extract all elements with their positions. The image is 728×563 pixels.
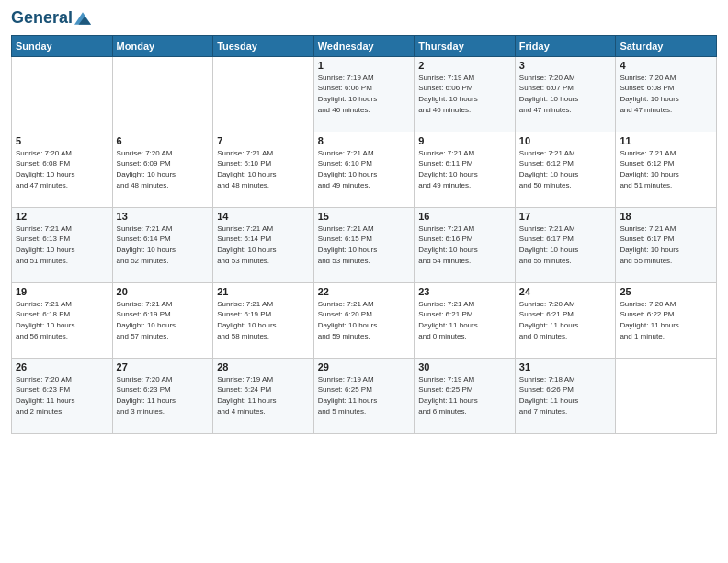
day-number: 26 — [16, 362, 108, 373]
day-info: Sunrise: 7:20 AM Sunset: 6:08 PM Dayligh… — [620, 73, 712, 115]
day-number: 28 — [217, 362, 310, 373]
calendar-cell: 21Sunrise: 7:21 AM Sunset: 6:19 PM Dayli… — [213, 282, 314, 358]
column-header-monday: Monday — [112, 35, 213, 56]
calendar-cell — [12, 56, 113, 132]
day-info: Sunrise: 7:20 AM Sunset: 6:21 PM Dayligh… — [519, 299, 612, 341]
day-number: 22 — [318, 286, 411, 297]
calendar-cell: 17Sunrise: 7:21 AM Sunset: 6:17 PM Dayli… — [515, 207, 616, 282]
day-number: 11 — [620, 135, 712, 146]
page-header: General — [11, 9, 717, 28]
calendar-cell: 5Sunrise: 7:20 AM Sunset: 6:08 PM Daylig… — [12, 132, 113, 207]
column-header-friday: Friday — [515, 35, 616, 56]
calendar-cell — [112, 56, 213, 132]
day-info: Sunrise: 7:21 AM Sunset: 6:12 PM Dayligh… — [519, 148, 612, 190]
day-info: Sunrise: 7:21 AM Sunset: 6:19 PM Dayligh… — [217, 299, 310, 341]
day-info: Sunrise: 7:20 AM Sunset: 6:08 PM Dayligh… — [16, 148, 108, 190]
day-number: 5 — [16, 135, 108, 146]
day-info: Sunrise: 7:21 AM Sunset: 6:10 PM Dayligh… — [217, 148, 310, 190]
calendar-cell — [616, 358, 717, 433]
day-info: Sunrise: 7:21 AM Sunset: 6:13 PM Dayligh… — [16, 224, 108, 266]
logo: General — [11, 9, 91, 28]
calendar-cell: 26Sunrise: 7:20 AM Sunset: 6:23 PM Dayli… — [12, 358, 113, 433]
day-info: Sunrise: 7:21 AM Sunset: 6:17 PM Dayligh… — [519, 224, 612, 266]
calendar-cell: 30Sunrise: 7:19 AM Sunset: 6:25 PM Dayli… — [415, 358, 516, 433]
day-info: Sunrise: 7:19 AM Sunset: 6:24 PM Dayligh… — [217, 374, 310, 417]
day-info: Sunrise: 7:21 AM Sunset: 6:19 PM Dayligh… — [117, 299, 210, 341]
page-container: General SundayMondayTuesdayWednesdayThur… — [0, 0, 728, 442]
calendar-cell: 9Sunrise: 7:21 AM Sunset: 6:11 PM Daylig… — [415, 132, 516, 207]
day-info: Sunrise: 7:21 AM Sunset: 6:17 PM Dayligh… — [620, 224, 712, 266]
day-number: 7 — [217, 135, 310, 146]
day-number: 9 — [418, 135, 511, 146]
calendar-cell: 1Sunrise: 7:19 AM Sunset: 6:06 PM Daylig… — [313, 56, 415, 132]
day-number: 2 — [418, 60, 511, 71]
calendar-cell: 11Sunrise: 7:21 AM Sunset: 6:12 PM Dayli… — [616, 132, 717, 207]
calendar-week-2: 5Sunrise: 7:20 AM Sunset: 6:08 PM Daylig… — [12, 132, 717, 207]
calendar-cell: 19Sunrise: 7:21 AM Sunset: 6:18 PM Dayli… — [12, 282, 113, 358]
calendar-cell: 7Sunrise: 7:21 AM Sunset: 6:10 PM Daylig… — [213, 132, 314, 207]
day-info: Sunrise: 7:18 AM Sunset: 6:26 PM Dayligh… — [519, 374, 612, 417]
day-number: 16 — [418, 211, 511, 222]
logo-text: General — [11, 9, 73, 28]
calendar-table: SundayMondayTuesdayWednesdayThursdayFrid… — [11, 35, 717, 434]
logo-icon — [74, 10, 91, 27]
calendar-cell: 28Sunrise: 7:19 AM Sunset: 6:24 PM Dayli… — [213, 358, 314, 433]
day-info: Sunrise: 7:21 AM Sunset: 6:20 PM Dayligh… — [318, 299, 411, 341]
day-info: Sunrise: 7:21 AM Sunset: 6:10 PM Dayligh… — [318, 148, 411, 190]
calendar-week-1: 1Sunrise: 7:19 AM Sunset: 6:06 PM Daylig… — [12, 56, 717, 132]
calendar-cell: 14Sunrise: 7:21 AM Sunset: 6:14 PM Dayli… — [213, 207, 314, 282]
day-info: Sunrise: 7:20 AM Sunset: 6:09 PM Dayligh… — [117, 148, 210, 190]
day-info: Sunrise: 7:19 AM Sunset: 6:06 PM Dayligh… — [318, 73, 411, 115]
day-info: Sunrise: 7:21 AM Sunset: 6:11 PM Dayligh… — [418, 148, 511, 190]
column-header-thursday: Thursday — [415, 35, 516, 56]
day-number: 4 — [620, 60, 712, 71]
day-number: 25 — [620, 286, 712, 297]
calendar-cell: 15Sunrise: 7:21 AM Sunset: 6:15 PM Dayli… — [313, 207, 415, 282]
day-info: Sunrise: 7:19 AM Sunset: 6:06 PM Dayligh… — [418, 73, 511, 115]
day-info: Sunrise: 7:21 AM Sunset: 6:14 PM Dayligh… — [117, 224, 210, 266]
day-number: 17 — [519, 211, 612, 222]
calendar-week-3: 12Sunrise: 7:21 AM Sunset: 6:13 PM Dayli… — [12, 207, 717, 282]
day-number: 21 — [217, 286, 310, 297]
day-number: 24 — [519, 286, 612, 297]
calendar-cell: 23Sunrise: 7:21 AM Sunset: 6:21 PM Dayli… — [415, 282, 516, 358]
day-number: 3 — [519, 60, 612, 71]
calendar-cell: 10Sunrise: 7:21 AM Sunset: 6:12 PM Dayli… — [515, 132, 616, 207]
day-info: Sunrise: 7:21 AM Sunset: 6:12 PM Dayligh… — [620, 148, 712, 190]
calendar-body: 1Sunrise: 7:19 AM Sunset: 6:06 PM Daylig… — [12, 56, 717, 433]
column-header-saturday: Saturday — [616, 35, 717, 56]
day-info: Sunrise: 7:19 AM Sunset: 6:25 PM Dayligh… — [418, 374, 511, 417]
day-number: 23 — [418, 286, 511, 297]
day-info: Sunrise: 7:21 AM Sunset: 6:15 PM Dayligh… — [318, 224, 411, 266]
day-info: Sunrise: 7:19 AM Sunset: 6:25 PM Dayligh… — [318, 374, 411, 417]
day-number: 10 — [519, 135, 612, 146]
day-number: 8 — [318, 135, 411, 146]
calendar-cell: 6Sunrise: 7:20 AM Sunset: 6:09 PM Daylig… — [112, 132, 213, 207]
day-info: Sunrise: 7:21 AM Sunset: 6:14 PM Dayligh… — [217, 224, 310, 266]
day-info: Sunrise: 7:21 AM Sunset: 6:18 PM Dayligh… — [16, 299, 108, 341]
calendar-cell: 29Sunrise: 7:19 AM Sunset: 6:25 PM Dayli… — [313, 358, 415, 433]
calendar-week-4: 19Sunrise: 7:21 AM Sunset: 6:18 PM Dayli… — [12, 282, 717, 358]
calendar-header-row: SundayMondayTuesdayWednesdayThursdayFrid… — [12, 35, 717, 56]
calendar-cell: 2Sunrise: 7:19 AM Sunset: 6:06 PM Daylig… — [415, 56, 516, 132]
column-header-wednesday: Wednesday — [313, 35, 415, 56]
calendar-cell — [213, 56, 314, 132]
column-header-tuesday: Tuesday — [213, 35, 314, 56]
calendar-cell: 25Sunrise: 7:20 AM Sunset: 6:22 PM Dayli… — [616, 282, 717, 358]
day-number: 31 — [519, 362, 612, 373]
calendar-cell: 12Sunrise: 7:21 AM Sunset: 6:13 PM Dayli… — [12, 207, 113, 282]
day-number: 20 — [117, 286, 210, 297]
day-info: Sunrise: 7:21 AM Sunset: 6:16 PM Dayligh… — [418, 224, 511, 266]
calendar-cell: 18Sunrise: 7:21 AM Sunset: 6:17 PM Dayli… — [616, 207, 717, 282]
day-info: Sunrise: 7:20 AM Sunset: 6:23 PM Dayligh… — [16, 374, 108, 417]
day-number: 12 — [16, 211, 108, 222]
day-number: 29 — [318, 362, 411, 373]
day-info: Sunrise: 7:20 AM Sunset: 6:22 PM Dayligh… — [620, 299, 712, 341]
column-header-sunday: Sunday — [12, 35, 113, 56]
calendar-cell: 22Sunrise: 7:21 AM Sunset: 6:20 PM Dayli… — [313, 282, 415, 358]
calendar-cell: 8Sunrise: 7:21 AM Sunset: 6:10 PM Daylig… — [313, 132, 415, 207]
calendar-week-5: 26Sunrise: 7:20 AM Sunset: 6:23 PM Dayli… — [12, 358, 717, 433]
day-number: 19 — [16, 286, 108, 297]
calendar-cell: 24Sunrise: 7:20 AM Sunset: 6:21 PM Dayli… — [515, 282, 616, 358]
day-number: 13 — [117, 211, 210, 222]
